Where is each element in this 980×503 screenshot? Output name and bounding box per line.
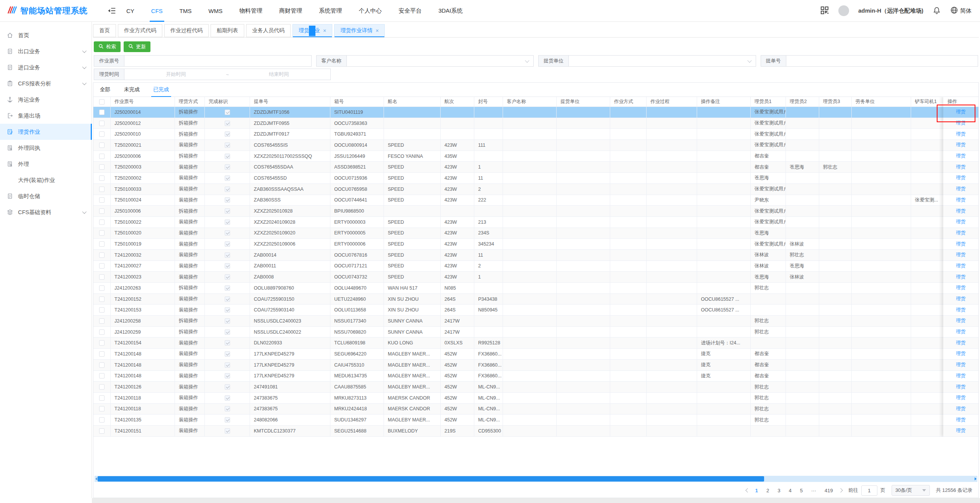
scroll-right-arrow-icon[interactable] (975, 477, 977, 480)
qrcode-icon[interactable] (820, 6, 829, 16)
table-row[interactable]: J250100006拆箱操作XZXZ2025010928BPIU9868500张… (93, 206, 978, 217)
menu-collapse-icon[interactable] (108, 7, 116, 15)
table-row[interactable]: T250200002装箱操作COS765455SDOOCU0715936SPEE… (93, 173, 978, 184)
tab-作业方式代码[interactable]: 作业方式代码 (118, 24, 162, 37)
sidebar-item-外理回执[interactable]: 外理回执 (0, 140, 91, 156)
tally-action-link[interactable]: 理货 (956, 142, 966, 148)
nav-item-WMS[interactable]: WMS (209, 0, 223, 22)
page-size-select[interactable]: 30条/页 (892, 485, 930, 496)
page-2[interactable]: 2 (766, 488, 769, 493)
search-button[interactable]: 检索 (94, 41, 121, 52)
sidebar-item-集港出场[interactable]: 集港出场 (0, 108, 91, 124)
tally-action-link[interactable]: 理货 (956, 197, 966, 203)
tally-action-link[interactable]: 理货 (956, 307, 966, 313)
nav-item-物料管理[interactable]: 物料管理 (239, 0, 262, 22)
tally-action-link[interactable]: 理货 (956, 274, 966, 280)
goto-page-input[interactable] (861, 485, 877, 496)
row-checkbox[interactable] (99, 395, 105, 401)
tally-action-link[interactable]: 理货 (956, 241, 966, 247)
row-checkbox[interactable] (99, 373, 105, 378)
nav-item-系统管理[interactable]: 系统管理 (319, 0, 342, 22)
table-row[interactable]: T250200003装箱操作COS765455SDAAASSD3698521SP… (93, 162, 978, 173)
page-3[interactable]: 3 (777, 488, 780, 493)
page-419[interactable]: 419 (825, 488, 833, 493)
tally-action-link[interactable]: 理货 (956, 417, 966, 423)
refresh-button[interactable]: 更新 (124, 41, 150, 52)
scrollbar-thumb[interactable] (98, 476, 764, 482)
row-checkbox[interactable] (99, 340, 105, 346)
table-row[interactable]: T241200148装箱操作177LKNPED45279SEGU6964220M… (93, 349, 978, 360)
table-row[interactable]: T250100019装箱操作XZXZ20250109006ERTY0000006… (93, 239, 978, 250)
row-checkbox[interactable] (99, 164, 105, 170)
row-checkbox[interactable] (99, 406, 105, 411)
tally-action-link[interactable]: 理货 (956, 263, 966, 269)
table-row[interactable]: T250100033装箱操作ZAB360SSSAAQSSAAOOCU076595… (93, 184, 978, 195)
sidebar-item-理货作业[interactable]: 理货作业 (0, 124, 91, 140)
tally-action-link[interactable]: 理货 (956, 318, 966, 324)
table-row[interactable]: T241200126装箱操作247491081CAAU8875585MAGLEB… (93, 382, 978, 393)
sidebar-item-首页[interactable]: 首页 (0, 27, 91, 43)
nav-item-TMS[interactable]: TMS (180, 0, 192, 22)
table-row[interactable]: J250200006拆箱操作XZXZ20250117002SSSQQJSSU12… (93, 151, 978, 162)
sidebar-item-CFS报表分析[interactable]: CFS报表分析 (0, 75, 91, 92)
prev-page-icon[interactable] (745, 488, 750, 492)
table-row[interactable]: T241200118装箱操作247383675MRKU8273113MAERSK… (93, 393, 978, 404)
row-checkbox[interactable] (99, 384, 105, 390)
row-checkbox[interactable] (99, 297, 105, 302)
row-checkbox[interactable] (99, 220, 105, 225)
ticket-no-input[interactable] (128, 58, 307, 64)
tab-船期列表[interactable]: 船期列表 (211, 24, 244, 37)
table-row[interactable]: T241200148装箱操作177LKNPED45279CAIU4755310M… (93, 360, 978, 371)
table-row[interactable]: T241200135装箱操作248082066SUDU1346297MAGLEB… (93, 415, 978, 426)
tally-action-link[interactable]: 理货 (956, 153, 966, 159)
table-row[interactable]: T250200021装箱操作COS765455SISOOCU0800914SPE… (93, 140, 978, 151)
table-row[interactable]: J250200012拆箱操作ZDZDJMTF0955OOCU7358363张爱宝… (93, 118, 978, 129)
table-row[interactable]: T250100022装箱操作XZXZ20240109028ERTY0000003… (93, 217, 978, 228)
tally-action-link[interactable]: 理货 (956, 362, 966, 368)
row-checkbox[interactable] (99, 110, 105, 115)
tally-action-link[interactable]: 理货 (956, 131, 966, 138)
sidebar-item-临时仓储[interactable]: 临时仓储 (0, 188, 91, 204)
row-checkbox[interactable] (99, 121, 105, 126)
tally-action-link[interactable]: 理货 (956, 208, 966, 215)
table-row[interactable]: T241200023装箱操作ZAB0008OOCU0743732SPEED423… (93, 272, 978, 283)
notification-bell-icon[interactable] (933, 6, 941, 16)
row-checkbox[interactable] (99, 263, 105, 269)
nav-item-安全平台[interactable]: 安全平台 (399, 0, 421, 22)
close-icon[interactable]: × (376, 28, 379, 33)
nav-item-CFS[interactable]: CFS (151, 0, 163, 22)
page-1[interactable]: 1 (755, 488, 758, 493)
tally-action-link[interactable]: 理货 (956, 164, 966, 170)
tally-action-link[interactable]: 理货 (956, 351, 966, 357)
tally-action-link[interactable]: 理货 (956, 373, 966, 379)
tally-action-link[interactable]: 理货 (956, 285, 966, 291)
table-row[interactable]: T250100020装箱操作XZXZ20250109020ERTY0000005… (93, 228, 978, 239)
row-checkbox[interactable] (99, 241, 105, 247)
page-4[interactable]: 4 (789, 488, 791, 493)
row-checkbox[interactable] (99, 230, 105, 236)
status-tab-已完成[interactable]: 已完成 (154, 83, 169, 97)
table-row[interactable]: T241200148装箱操作177LKNPED45279MEDU6134735M… (93, 371, 978, 382)
select-all-checkbox[interactable] (99, 99, 105, 105)
row-checkbox[interactable] (99, 187, 105, 192)
row-checkbox[interactable] (99, 143, 105, 148)
tab-首页[interactable]: 首页 (93, 24, 116, 37)
status-tab-全部[interactable]: 全部 (100, 83, 110, 97)
user-avatar[interactable] (838, 5, 849, 16)
row-checkbox[interactable] (99, 175, 105, 181)
scroll-left-arrow-icon[interactable] (95, 477, 97, 480)
customer-select[interactable] (346, 55, 534, 67)
sidebar-item-CFS基础资料[interactable]: CFS基础资料 (0, 204, 91, 220)
row-checkbox[interactable] (99, 351, 105, 357)
table-row[interactable]: T241200032装箱操作ZAB00014OOCU0767816SPEED42… (93, 250, 978, 261)
row-checkbox[interactable] (99, 428, 105, 434)
row-checkbox[interactable] (99, 252, 105, 258)
horizontal-scrollbar[interactable] (95, 476, 977, 482)
tally-action-link[interactable]: 理货 (956, 296, 966, 302)
language-switcher[interactable]: 简体 (950, 6, 972, 15)
table-row[interactable]: J250200010拆箱操作ZDZDJMTF0917TGBU9249371张爱宝… (93, 129, 978, 140)
row-checkbox[interactable] (99, 285, 105, 291)
row-checkbox[interactable] (99, 131, 105, 137)
tally-action-link[interactable]: 理货 (956, 230, 966, 236)
nav-item-商财管理[interactable]: 商财管理 (279, 0, 302, 22)
